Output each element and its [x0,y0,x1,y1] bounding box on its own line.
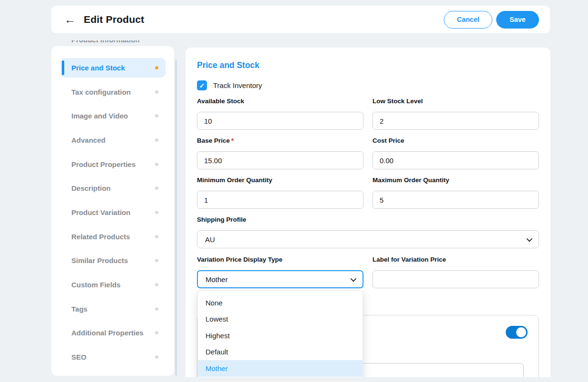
sidebar-item-description[interactable]: Description [60,178,166,198]
min-order-qty-label: Minimum Order Quantity [197,176,272,184]
sidebar-item-custom-fields[interactable]: Custom Fields [60,275,166,294]
variation-price-display-label: Variation Price Display Type [197,256,283,263]
sidebar-item-product-variation[interactable]: Product Variation [60,203,166,222]
sidebar-item-label: SEO [71,353,87,361]
sidebar-item-price-and-stock[interactable]: Price and Stock [60,58,166,78]
sidebar-item-product-properties[interactable]: Product Properties [60,155,166,174]
low-stock-level-input[interactable] [372,112,539,130]
status-dot-icon [155,259,158,262]
variation-price-display-value: Mother [206,275,228,284]
sidebar-item-related-products[interactable]: Related Products [60,227,166,246]
sidebar-item-label: Image and Video [71,112,128,120]
dropdown-option-mother[interactable]: Mother [198,360,363,377]
sidebar-item-label: Product Properties [71,160,136,168]
available-stock-label: Available Stock [197,98,244,105]
status-dot-icon [155,307,158,311]
subsection-toggle[interactable] [506,326,528,339]
base-price-label: Base Price* [197,137,234,144]
sidebar-scrollbar[interactable] [175,59,177,376]
sidebar-item-tags[interactable]: Tags [60,299,166,319]
available-stock-input[interactable] [197,112,363,130]
max-order-qty-input[interactable] [372,191,539,209]
status-dot-icon [155,90,158,94]
track-inventory-checkbox[interactable]: ✓ [197,80,207,90]
status-dot-icon [155,211,158,214]
sidebar-item-label: Price and Stock [71,64,125,72]
dropdown-option-lowest[interactable]: Lowest [198,311,363,328]
save-button[interactable]: Save [496,11,539,29]
status-dot-icon [155,163,158,166]
sidebar-item-advanced[interactable]: Advanced [60,130,166,150]
status-dot-icon [155,186,158,190]
back-arrow-icon[interactable]: ← [64,14,76,25]
low-stock-level-label: Low Stock Level [372,98,423,105]
status-dot-icon [155,331,158,334]
sidebar-item-label: Similar Products [71,256,128,264]
toggle-knob [516,327,526,337]
variation-price-label-label: Label for Variation Price [372,256,446,263]
sidebar-item-product-information-clipped: Product Information [71,40,167,46]
cancel-button[interactable]: Cancel [444,11,492,29]
required-asterisk: * [231,137,234,144]
sidebar-item-label: Advanced [71,136,106,144]
status-dot-icon [155,283,158,286]
max-order-qty-label: Maximum Order Quantity [372,176,449,184]
status-dot-icon [155,114,158,118]
sidebar-item-similar-products[interactable]: Similar Products [60,251,166,270]
status-dot-icon [155,355,158,359]
status-dot-icon [155,138,158,142]
dropdown-option-default[interactable]: Default [198,344,363,361]
sidebar-item-label: Additional Properties [71,329,144,337]
track-inventory-row: ✓ Track Inventory [197,80,262,90]
sidebar-item-label: Custom Fields [71,281,120,289]
sidebar-item-seo[interactable]: SEO [60,347,166,367]
section-title: Price and Stock [197,60,259,70]
variation-price-display-dropdown: None Lowest Highest Default Mother [197,290,363,377]
chevron-down-icon [527,235,533,242]
sidebar-item-label: Product Variation [71,208,130,216]
track-inventory-label: Track Inventory [213,81,262,89]
sidebar-item-label: Related Products [71,233,130,241]
variation-price-display-select[interactable]: Mother [197,270,363,288]
shipping-profile-select[interactable]: AU [197,230,539,248]
shipping-profile-label: Shipping Profile [197,216,246,223]
sidebar-item-additional-properties[interactable]: Additional Properties [60,323,166,343]
price-and-stock-panel: Price and Stock ✓ Track Inventory Availa… [186,48,550,377]
sidebar-item-label: Tags [71,305,88,313]
sidebar-item-image-and-video[interactable]: Image and Video [60,106,166,126]
status-dot-icon [155,235,158,238]
chevron-down-icon [351,275,357,282]
cost-price-label: Cost Price [372,137,404,144]
sidebar-item-tax-configuration[interactable]: Tax configuration [60,82,166,102]
variation-price-label-input[interactable] [372,270,539,288]
cost-price-input[interactable] [372,151,539,169]
sidebar: Price and Stock Tax configuration Image … [51,46,174,376]
base-price-label-text: Base Price [197,137,230,144]
base-price-input[interactable] [197,151,363,169]
sidebar-item-label: Description [71,184,111,192]
status-dot-icon [155,66,158,69]
page-title: Edit Product [84,14,144,25]
header-bar: ← Edit Product Cancel Save [51,6,550,33]
dropdown-option-highest[interactable]: Highest [198,327,363,344]
shipping-profile-value: AU [205,235,215,244]
dropdown-option-none[interactable]: None [198,294,363,311]
sidebar-item-label: Tax configuration [71,88,131,96]
min-order-qty-input[interactable] [197,191,363,209]
